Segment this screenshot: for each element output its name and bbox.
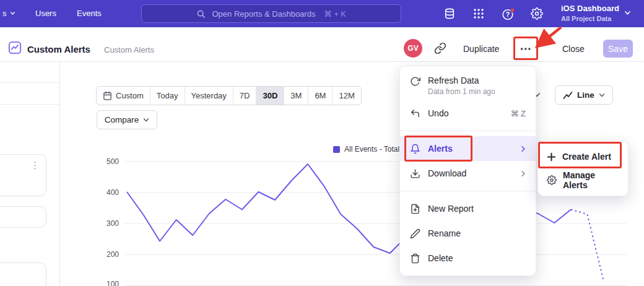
refresh-icon [410,76,420,87]
chevron-down-icon [599,93,605,98]
date-range-label: 7D [240,91,250,100]
calendar-icon [103,91,112,100]
trash-icon [410,253,420,264]
close-button[interactable]: Close [562,44,585,54]
plus-icon [547,152,556,162]
chart-type-dropdown[interactable]: Line [555,85,613,105]
menu-item-label: Rename [428,228,526,238]
compare-dropdown[interactable]: Compare [97,110,157,129]
sidebar-card[interactable]: ⋮ [0,154,46,196]
file-plus-icon [410,204,420,214]
svg-text:?: ? [506,11,510,18]
sidebar-list-item[interactable] [0,62,59,83]
gear-icon [547,175,557,185]
menu-item-subtitle: Data from 1 min ago [428,87,526,96]
apps-grid-icon[interactable] [472,7,485,20]
project-name: iOS Dashboard [561,4,619,13]
menu-item-alerts[interactable]: Alerts [400,136,536,161]
date-range-12m[interactable]: 12M [332,87,360,105]
date-range-6m[interactable]: 6M [308,87,332,105]
y-axis-label: 500 [98,157,119,166]
search-placeholder: Open Reports & Dashboards [212,9,315,19]
data-management-icon[interactable] [443,7,456,20]
y-axis-label: 400 [98,188,119,197]
help-icon[interactable]: ? [502,7,515,20]
save-button-label: Save [608,44,628,54]
menu-item-delete[interactable]: Delete [400,246,536,271]
menu-item-download[interactable]: Download [400,161,536,186]
line-chart-icon [563,91,573,100]
settings-gear-icon[interactable] [531,7,544,20]
chevron-down-icon [624,11,631,15]
submenu-item-create-alert[interactable]: Create Alert [538,145,628,168]
menu-item-undo[interactable]: Undo ⌘ Z [400,101,536,126]
chart-type-label: Line [577,90,594,100]
date-range-label: Today [157,91,178,100]
nav-item-label: Users [35,9,56,18]
submenu-item-label: Create Alert [562,152,611,162]
menu-item-new-report[interactable]: New Report [400,196,536,221]
legend-swatch [333,146,340,153]
sidebar-card[interactable] [0,206,46,228]
menu-item-label: Alerts [428,144,513,154]
alerts-submenu: Create Alert Manage Alerts [537,141,629,196]
menu-item-refresh-data[interactable]: Refresh Data Data from 1 min ago [400,71,536,101]
kebab-menu-icon[interactable]: ⋮ [30,160,40,171]
context-menu: Refresh Data Data from 1 min ago Undo ⌘ … [399,66,536,276]
menu-item-label: Undo [428,108,503,118]
date-range-3m[interactable]: 3M [284,87,308,105]
menu-divider [400,191,536,191]
submenu-item-label: Manage Alerts [563,170,619,190]
top-navigation-bar: s Users Events Open Reports & Dashboards… [0,0,644,27]
menu-item-rename[interactable]: Rename [400,221,536,246]
nav-item-boards[interactable]: s [2,9,15,18]
dashboard-chart-icon [8,41,22,54]
save-button[interactable]: Save [603,40,633,58]
more-options-button[interactable]: ⋯ [517,40,534,57]
submenu-item-manage-alerts[interactable]: Manage Alerts [538,168,628,192]
download-icon [410,168,420,179]
chevron-right-icon [521,170,526,177]
menu-divider [400,131,536,131]
date-range-7d[interactable]: 7D [233,87,256,105]
date-range-label: 3M [290,91,302,100]
share-link-icon[interactable] [434,42,446,54]
menu-item-label: Download [428,168,513,178]
sidebar-list-item[interactable] [0,82,59,105]
date-range-control: Custom Today Yesterday 7D 30D 3M 6M 12M [96,86,362,105]
date-range-label: 30D [263,91,277,100]
page-title: Custom Alerts [27,44,90,54]
compare-label: Compare [105,115,139,124]
search-shortcut: ⌘ + K [324,9,346,19]
menu-item-label: Delete [428,253,526,263]
avatar[interactable]: GV [404,39,422,58]
duplicate-button[interactable]: Duplicate [463,44,499,54]
nav-item-events[interactable]: Events [77,9,102,18]
project-selector[interactable]: iOS Dashboard All Project Data [561,4,619,22]
nav-item-users[interactable]: Users [35,9,56,18]
legend-label: All Events - Total [344,145,399,154]
chart-legend[interactable]: All Events - Total [333,145,399,154]
sidebar-card[interactable] [0,262,46,286]
menu-item-label: New Report [428,204,526,214]
date-range-today[interactable]: Today [150,87,185,105]
date-range-label: Custom [116,91,144,100]
chevron-down-icon [143,118,149,123]
menu-item-shortcut: ⌘ Z [510,109,526,118]
global-search-input[interactable]: Open Reports & Dashboards ⌘ + K [141,4,401,23]
date-range-custom[interactable]: Custom [97,87,150,105]
report-header-bar: Custom Alerts Custom Alerts GV Duplicate… [0,27,644,62]
breadcrumb[interactable]: Custom Alerts [104,45,154,54]
date-range-label: Yesterday [191,91,227,100]
y-axis-label: 200 [98,250,119,259]
chevron-right-icon [521,145,526,152]
nav-item-label: s [2,9,7,18]
undo-icon [410,108,420,119]
date-range-30d[interactable]: 30D [256,87,284,105]
project-subtitle: All Project Data [561,15,619,22]
left-sidebar: ⋮ [0,62,60,286]
pencil-icon [410,228,420,239]
date-range-yesterday[interactable]: Yesterday [185,87,233,105]
avatar-initials: GV [407,44,418,53]
search-icon [196,9,206,19]
